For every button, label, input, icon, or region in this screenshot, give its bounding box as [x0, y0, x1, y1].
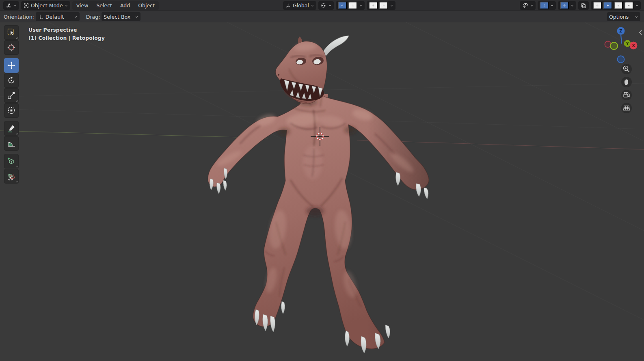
- active-object-label: (1) Collection | Retopology: [28, 34, 105, 42]
- creature-model[interactable]: [208, 36, 429, 353]
- retopology-knife-icon: [7, 172, 16, 181]
- editor-type-selector[interactable]: [3, 1, 19, 10]
- proportional-falloff-dropdown[interactable]: [379, 2, 388, 9]
- orientation-label: Orientation:: [4, 14, 34, 20]
- tool-scale[interactable]: [4, 88, 19, 103]
- chevron-down-icon: [635, 15, 638, 19]
- transform-icon: [7, 106, 16, 115]
- select-box-icon: [7, 28, 16, 37]
- snapping-controls: [336, 1, 365, 10]
- chevron-down-icon: [390, 4, 393, 7]
- pivot-point-icon: [320, 2, 326, 9]
- proportional-edit-toggle[interactable]: [369, 2, 378, 9]
- view-name-label: User Perspective: [28, 26, 105, 34]
- orientation-axes-icon: [285, 2, 291, 9]
- tool-cursor[interactable]: [4, 40, 19, 55]
- menu-view[interactable]: View: [72, 1, 93, 10]
- drag-label: Drag:: [86, 14, 100, 20]
- annotate-pencil-icon: [7, 124, 16, 133]
- creature-horn: [322, 36, 349, 56]
- transform-orientation-dropdown[interactable]: Global: [283, 1, 316, 10]
- viewport-header: Object Mode View Select Add Object Globa…: [0, 0, 644, 11]
- measure-icon: [7, 139, 16, 148]
- tool-edit-retopology[interactable]: [4, 169, 19, 184]
- header-right: [520, 1, 641, 10]
- nav-grid-button[interactable]: [621, 103, 632, 113]
- tool-measure[interactable]: [4, 136, 19, 151]
- chevron-down-icon: [65, 4, 68, 7]
- menu-select[interactable]: Select: [92, 1, 116, 10]
- viewport-gizmos-icon: [543, 2, 545, 9]
- drag-value: Select Box: [104, 14, 130, 20]
- chevron-down-icon: [311, 4, 314, 7]
- gizmos-toggle[interactable]: [540, 2, 549, 9]
- shading-rendered-button[interactable]: [625, 2, 633, 9]
- orientation-default-dropdown[interactable]: Default: [36, 12, 80, 21]
- shading-material-icon: [617, 2, 620, 9]
- shading-controls: [591, 1, 641, 10]
- axis-label-z: Z: [619, 29, 622, 33]
- falloff-curve-icon: [383, 2, 385, 9]
- tool-rotate[interactable]: [4, 73, 19, 88]
- snap-target-icon: [352, 2, 354, 9]
- mode-selector-dropdown[interactable]: Object Mode: [21, 1, 70, 10]
- nav-pan-button[interactable]: [621, 77, 632, 87]
- chevron-down-icon: [328, 4, 332, 7]
- pivot-point-dropdown[interactable]: [318, 1, 334, 10]
- header-center: Global: [283, 1, 395, 10]
- orientation-value: Default: [45, 14, 64, 20]
- chevron-down-icon: [550, 4, 554, 7]
- add-cube-icon: [7, 157, 16, 166]
- nav-zoom-button[interactable]: [621, 64, 632, 74]
- snap-magnet-icon: [341, 2, 344, 9]
- xray-toggle[interactable]: [578, 1, 589, 10]
- shading-material-button[interactable]: [614, 2, 623, 9]
- shading-solid-icon: [607, 2, 609, 9]
- overlays-toggle[interactable]: [560, 2, 569, 9]
- toolbar-tools: [4, 25, 19, 184]
- nav-camera-button[interactable]: [621, 90, 632, 100]
- viewport-overlays-icon: [563, 2, 566, 9]
- shading-solid-button[interactable]: [603, 2, 612, 9]
- options-label: Options: [609, 14, 629, 20]
- chevron-down-icon: [635, 4, 639, 7]
- tool-move[interactable]: [4, 58, 19, 73]
- cursor-3d-icon: [7, 43, 16, 52]
- menu-add[interactable]: Add: [116, 1, 134, 10]
- options-dropdown[interactable]: Options: [607, 12, 640, 21]
- shading-wireframe-icon: [596, 2, 599, 9]
- menu-object[interactable]: Object: [134, 1, 159, 10]
- axis-ball-neg-y: [610, 42, 618, 50]
- viewport-info-text: User Perspective (1) Collection | Retopo…: [28, 26, 105, 42]
- tool-transform[interactable]: [4, 103, 19, 118]
- grid-y-axis-line: [0, 131, 268, 138]
- mode-label: Object Mode: [31, 2, 63, 9]
- creature-nostril: [278, 74, 279, 76]
- object-mode-icon: [23, 2, 29, 9]
- viewport-menubar: View Select Add Object: [72, 1, 159, 10]
- axis-label-y: Y: [625, 41, 629, 46]
- viewport-3d-scene[interactable]: [0, 22, 644, 361]
- show-object-types-icon: [522, 2, 528, 9]
- tool-add-cube[interactable]: [4, 154, 19, 169]
- overlays-controls: [558, 1, 576, 10]
- tool-select-box[interactable]: [4, 25, 19, 40]
- drag-mode-dropdown[interactable]: Select Box: [102, 12, 140, 21]
- proportional-edit-icon: [372, 2, 374, 9]
- snap-toggle[interactable]: [338, 2, 347, 9]
- move-icon: [7, 61, 16, 70]
- orientation-value: Global: [293, 2, 309, 9]
- axis-orbit-gizmo[interactable]: Y X Z: [605, 27, 638, 63]
- snap-target-selector[interactable]: [348, 2, 357, 9]
- orientation-default-icon: [38, 14, 44, 20]
- blender-3d-viewport-window: Object Mode View Select Add Object Globa…: [0, 0, 644, 361]
- editor-type-3d-viewport-icon: [5, 2, 12, 9]
- show-object-types-dropdown[interactable]: [520, 1, 536, 10]
- shading-wireframe-button[interactable]: [593, 2, 602, 9]
- tool-annotate[interactable]: [4, 121, 19, 136]
- proportional-editing-controls: [367, 1, 395, 10]
- scale-icon: [7, 91, 16, 100]
- tool-settings-bar: Orientation: Default Drag: Select Box Op…: [0, 11, 644, 22]
- sidebar-toggle-chevron-left-icon[interactable]: [640, 30, 642, 35]
- creature-head: [276, 41, 327, 104]
